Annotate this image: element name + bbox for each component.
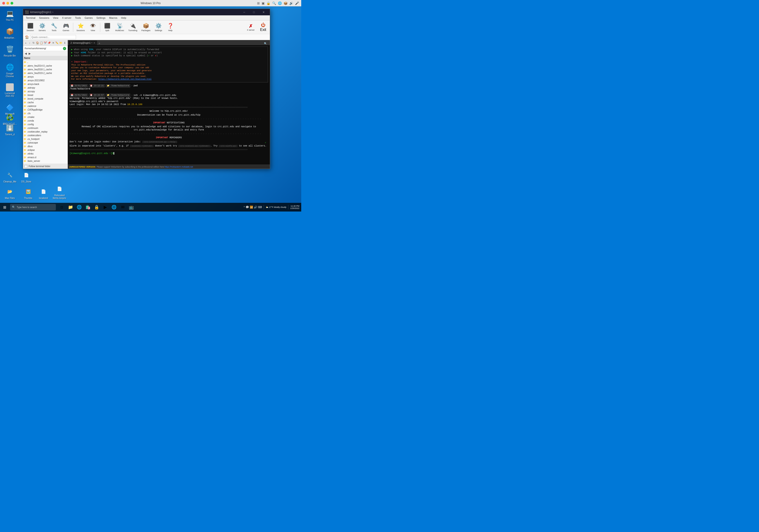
desktop-icon-srecycle[interactable]: ♻️ $RECYCLE... (2, 112, 18, 126)
tools-btn[interactable]: 🔧 Tools (49, 22, 59, 32)
desktop-icon-mobaxterm[interactable]: 📦 MobaXter.. (2, 26, 18, 40)
sb-info-btn[interactable]: ℹ (63, 41, 66, 45)
follow-terminal-checkbox[interactable] (24, 165, 27, 168)
file-item-elinks[interactable]: 📁 .elinks (23, 152, 67, 155)
nav-back-btn[interactable]: ◀ (24, 52, 27, 55)
file-item-ansys2[interactable]: 📁 .ansys-20210902 (23, 78, 67, 82)
desktop-icon-this-pc[interactable]: 💻 This PC (2, 8, 18, 22)
taskbar-mail[interactable]: ✉ (119, 203, 127, 211)
new-tab-btn[interactable]: + (98, 41, 101, 45)
file-item-beast[interactable]: 📁 .beast (23, 93, 67, 97)
tunneling-btn[interactable]: 🔌 Tunneling (127, 22, 139, 32)
desktop-icon-cleanup[interactable]: 🔧 Cleanup_Me (2, 170, 18, 184)
desktop-icon-recycle-bin[interactable]: 🗑️ Recycle Bin (2, 44, 18, 58)
menu-games[interactable]: Games (83, 16, 94, 20)
file-item-dbus[interactable]: 📁 .dbus (23, 144, 67, 148)
terminal-tab-1[interactable]: 2: kimwong@login1:~ ✕ (69, 41, 97, 45)
tab-close-btn[interactable]: ✕ (93, 42, 95, 44)
home-button[interactable]: 🏠 (25, 35, 29, 39)
desktop-icon-chrome[interactable]: 🌐 Google Chrome (2, 62, 18, 79)
file-list[interactable]: 📁 .. 📁 .aienv_fea2014.0_cache 📁 .aienv_f… (23, 60, 67, 164)
file-item-boost[interactable]: 📁 .boost_compute (23, 97, 67, 101)
file-item-cookiecutter-replay[interactable]: 📁 .cookiecutter_replay (23, 130, 67, 134)
file-item-parent[interactable]: 📁 .. (23, 60, 67, 64)
session-btn[interactable]: ⬛ Session (25, 22, 35, 32)
desktop-icon-lumerical[interactable]: Lumerical2021 R2 (2, 82, 18, 99)
sb-refresh-btn[interactable]: ↻ (32, 41, 35, 45)
start-button[interactable]: ⊞ (0, 203, 9, 212)
taskbar-security[interactable]: 🔒 (93, 203, 101, 211)
packages-btn[interactable]: 📦 Packages (140, 22, 152, 32)
file-item-astropy[interactable]: 📁 .astropy (23, 86, 67, 90)
menu-help[interactable]: Help (120, 16, 128, 20)
games-btn[interactable]: 🎮 Games (60, 22, 71, 32)
taskbar-streaming[interactable]: 📺 (127, 203, 136, 211)
window-restore-btn[interactable]: □ (249, 10, 259, 15)
view-btn[interactable]: 👁️ View (88, 22, 98, 32)
sb-delete-btn[interactable]: ✕ (52, 41, 55, 45)
sb-mkdir-btn[interactable]: 📁 (59, 41, 63, 45)
desktop-icon-ds-store[interactable]: 📄 DS_Store (18, 170, 34, 184)
sb-cut-btn[interactable]: ✂️ (44, 41, 47, 45)
multiexec-btn[interactable]: 📡 MultiExec (114, 22, 126, 32)
file-item-ansys-back[interactable]: 📁 .ansys-back (23, 82, 67, 86)
file-item-emacs[interactable]: 📁 .emacs.d (23, 155, 67, 159)
tray-network-icon[interactable]: 📶 (250, 206, 253, 209)
file-item-cytoscape[interactable]: 📁 .cytoscape (23, 141, 67, 144)
taskbar-media-player[interactable]: ▶ (101, 203, 109, 211)
file-item-fastx[interactable]: 📁 .fastx_server (23, 159, 67, 163)
taskbar-store[interactable]: 🛍️ (84, 203, 92, 211)
sb-rename-btn[interactable]: ✏️ (56, 41, 59, 45)
help-btn[interactable]: ❓ Help (165, 22, 176, 32)
settings-btn[interactable]: ⚙️ Settings (153, 22, 164, 32)
file-item-cookiecutters[interactable]: 📁 .cookiecutters (23, 134, 67, 137)
mac-close-button[interactable] (2, 2, 5, 5)
exit-btn[interactable]: ⏻ Exit (258, 21, 268, 33)
split-btn[interactable]: ⬛ Split (102, 22, 113, 32)
menu-view[interactable]: View (52, 16, 60, 20)
desktop-icon-thumbs[interactable]: 🖼️ Thumbs (20, 186, 36, 200)
search-terminal-btn[interactable]: 🔍 (264, 42, 267, 45)
file-item-config[interactable]: 📁 .config (23, 122, 67, 126)
menu-settings[interactable]: Settings (95, 16, 107, 20)
desktop-icon-localized[interactable]: 📄 localized (35, 186, 52, 200)
desktop-icon-relocated[interactable]: 📄 RelocatedItems.nosync (52, 184, 67, 200)
menu-macros[interactable]: Macros (108, 16, 119, 20)
clock-widget[interactable]: 11:40 PM 1/25/2022 (290, 205, 300, 209)
sb-home-btn[interactable]: 🏠 (36, 41, 39, 45)
file-item-ansys[interactable]: 📁 .ansys (23, 75, 67, 78)
tray-volume-icon[interactable]: 🔊 (254, 206, 257, 209)
file-item-cfx[interactable]: 📁 .cfx (23, 111, 67, 115)
file-item-continuum[interactable]: 📁 .continuum (23, 126, 67, 130)
sessions-btn[interactable]: ⭐ Sessions (75, 22, 86, 32)
sb-up-btn[interactable]: ↑ (28, 41, 31, 45)
file-item-cmake[interactable]: 📁 .cmake (23, 115, 67, 119)
x-server-btn[interactable]: ✗ X server (245, 22, 257, 32)
taskbar-file-explorer[interactable]: 📁 (66, 203, 75, 211)
search-bar[interactable]: 🔍 Type here to search (10, 204, 56, 210)
menu-tools[interactable]: Tools (74, 16, 82, 20)
file-item-cadence[interactable]: 📁 .cadence (23, 104, 67, 108)
status-link[interactable]: https://mobaxterm.mobatek.net (165, 166, 193, 168)
menu-xserver[interactable]: X server (60, 16, 73, 20)
tray-expand-icon[interactable]: ^ (244, 206, 245, 209)
file-item-conda[interactable]: 📁 .conda (23, 119, 67, 122)
menu-sessions[interactable]: Sessions (38, 16, 51, 20)
sb-copy-btn[interactable]: 📋 (40, 41, 43, 45)
taskbar-task-view[interactable]: ⊡ (58, 203, 66, 211)
quick-connect-input[interactable] (30, 35, 76, 39)
file-item-aienv1[interactable]: 📁 .aienv_fea2014.0_cache (23, 64, 67, 67)
desktop-icon-mac-files[interactable]: 📂 Mac Files (2, 186, 18, 200)
nav-forward-btn[interactable]: ▶ (28, 52, 31, 55)
mac-minimize-button[interactable] (6, 2, 9, 5)
file-item-aienv3[interactable]: 📁 .aienv_fea2019.2_cache (23, 71, 67, 75)
taskbar-chrome-app[interactable]: 🌐 (110, 203, 118, 211)
window-minimize-btn[interactable]: ─ (240, 10, 249, 15)
sb-paste-btn[interactable]: 📌 (48, 41, 51, 45)
sb-new-btn[interactable]: + (24, 41, 27, 45)
file-item-catapp[interactable]: 📁 .CATAppBridge (23, 108, 67, 111)
file-item-cache[interactable]: 📁 .cache (23, 101, 67, 104)
weather-widget[interactable]: ⛅ 17°F Mostly cloudy (266, 206, 286, 208)
file-item-aienv2[interactable]: 📁 .aienv_fea2018.1_cache (23, 67, 67, 71)
servers-btn[interactable]: ⚙️ Servers (37, 22, 47, 32)
